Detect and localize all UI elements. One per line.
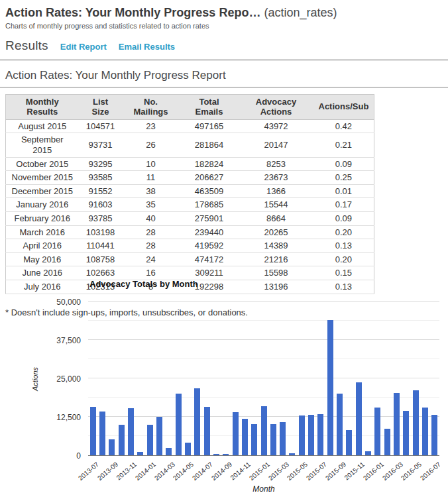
advocacy-chart: Advocacy Totals by Month 012,50025,00037…	[0, 273, 448, 497]
bar-2014-04[interactable]	[176, 394, 182, 455]
column-header: List Size	[79, 94, 123, 119]
table-cell: 21216	[239, 252, 313, 266]
column-header: Actions/Sub	[313, 94, 374, 119]
x-tick-label: 2014-11	[229, 461, 252, 482]
bar-2014-11[interactable]	[242, 419, 248, 455]
bar-2015-10[interactable]	[346, 430, 352, 455]
column-header: Total Emails	[180, 94, 239, 119]
table-cell: 23	[123, 119, 180, 133]
bar-2015-05[interactable]	[299, 415, 305, 455]
table-row: February 2016937854027590186640.09	[6, 211, 374, 225]
bar-2015-11[interactable]	[356, 382, 362, 455]
bar-2014-08[interactable]	[213, 454, 219, 455]
minor-gridline	[88, 359, 439, 359]
bar-2016-05[interactable]	[413, 390, 419, 455]
table-cell: 275901	[180, 211, 239, 225]
table-cell: 206627	[180, 171, 239, 185]
bar-2014-12[interactable]	[251, 424, 257, 455]
bar-2014-03[interactable]	[166, 448, 172, 455]
bar-2015-09[interactable]	[337, 394, 343, 455]
page-title: Action Rates: Your Monthly Progress Repo…	[5, 6, 443, 21]
table-cell: 0.25	[313, 171, 374, 185]
bar-2015-03[interactable]	[280, 422, 286, 455]
page-title-shortname: (action_rates)	[264, 6, 337, 19]
bar-2013-12[interactable]	[137, 452, 143, 455]
bar-2016-04[interactable]	[403, 411, 409, 455]
bar-2015-04[interactable]	[289, 453, 295, 455]
table-cell: 182824	[180, 157, 239, 171]
table-cell: 15544	[239, 198, 313, 212]
table-cell: 0.20	[313, 225, 374, 239]
report-page: Action Rates: Your Monthly Progress Repo…	[0, 0, 448, 497]
bar-2013-09[interactable]	[109, 439, 115, 455]
bar-2014-06[interactable]	[194, 388, 200, 455]
bar-2013-07[interactable]	[90, 407, 96, 455]
y-tick-label: 0	[25, 451, 81, 461]
column-header: Monthly Results	[6, 94, 79, 119]
table-cell: 20147	[239, 133, 313, 157]
results-table: Monthly ResultsList SizeNo. MailingsTota…	[5, 94, 374, 294]
table-cell: 23673	[239, 171, 313, 185]
table-row: October 2015932951018282482530.09	[6, 157, 374, 171]
x-tick-label: 2016-01	[362, 461, 385, 482]
bar-2016-06[interactable]	[422, 408, 428, 455]
bar-2015-08[interactable]	[327, 320, 333, 455]
table-cell: 8664	[239, 211, 313, 225]
table-cell: 93785	[79, 211, 123, 225]
table-cell: September 2015	[6, 133, 79, 157]
results-table-body: August 201510457123497165439720.42Septem…	[6, 119, 374, 294]
chart-title: Advocacy Totals by Month	[89, 279, 198, 289]
bar-2015-06[interactable]	[308, 415, 314, 455]
x-tick-label: 2015-05	[286, 461, 309, 482]
table-cell: 0.17	[313, 198, 374, 212]
bar-2014-10[interactable]	[233, 412, 239, 455]
table-cell: 108758	[79, 252, 123, 266]
x-tick-label: 2014-03	[153, 461, 176, 482]
bar-2014-01[interactable]	[147, 425, 153, 455]
bar-2014-05[interactable]	[185, 443, 191, 455]
table-row: March 201610319828239440202650.20	[6, 225, 374, 239]
results-toolbar: Results Edit Report Email Results	[0, 38, 448, 60]
table-cell: 35	[123, 198, 180, 212]
bar-2016-01[interactable]	[374, 408, 380, 455]
table-cell: 93731	[79, 133, 123, 157]
x-tick-label: 2013-11	[115, 461, 139, 482]
y-tick-label: 50,000	[25, 298, 81, 307]
chart-plot-area	[88, 302, 439, 456]
table-cell: 93585	[79, 171, 123, 185]
table-row: December 2015915523846350913660.01	[6, 184, 374, 198]
major-gridline	[88, 339, 439, 340]
table-cell: February 2016	[6, 211, 79, 225]
bar-2013-10[interactable]	[119, 425, 125, 455]
bar-2016-03[interactable]	[394, 393, 400, 455]
major-gridline	[88, 378, 439, 378]
y-tick-label: 12,500	[25, 413, 81, 422]
minor-gridline	[88, 320, 439, 321]
bar-2015-02[interactable]	[270, 424, 276, 455]
bar-2015-01[interactable]	[261, 406, 267, 455]
table-cell: 0.20	[313, 252, 374, 266]
email-results-link[interactable]: Email Results	[119, 42, 175, 52]
bar-2014-02[interactable]	[156, 417, 162, 455]
table-cell: 20265	[239, 225, 313, 239]
report-section-heading: Action Rates: Your Monthly Progress Repo…	[0, 69, 448, 87]
table-cell: 24	[123, 252, 180, 266]
table-row: May 201610875824474172212160.20	[6, 252, 374, 266]
table-cell: November 2015	[6, 171, 79, 185]
bar-2014-07[interactable]	[204, 407, 210, 455]
x-tick-label: 2014-05	[172, 461, 195, 482]
bar-2016-07[interactable]	[431, 415, 437, 455]
table-cell: April 2016	[6, 239, 79, 253]
table-cell: 0.09	[313, 157, 374, 171]
page-title-text: Action Rates: Your Monthly Progress Repo…	[5, 6, 260, 19]
bar-2014-09[interactable]	[223, 454, 229, 455]
bar-2013-11[interactable]	[128, 408, 134, 455]
bar-2015-07[interactable]	[317, 414, 323, 455]
table-cell: 93295	[79, 157, 123, 171]
edit-report-link[interactable]: Edit Report	[60, 42, 107, 52]
table-cell: 40	[123, 211, 180, 225]
bar-2015-12[interactable]	[365, 451, 371, 455]
table-row: April 201611044128419592143890.13	[6, 239, 374, 253]
bar-2013-08[interactable]	[99, 412, 105, 455]
bar-2016-02[interactable]	[384, 429, 390, 455]
